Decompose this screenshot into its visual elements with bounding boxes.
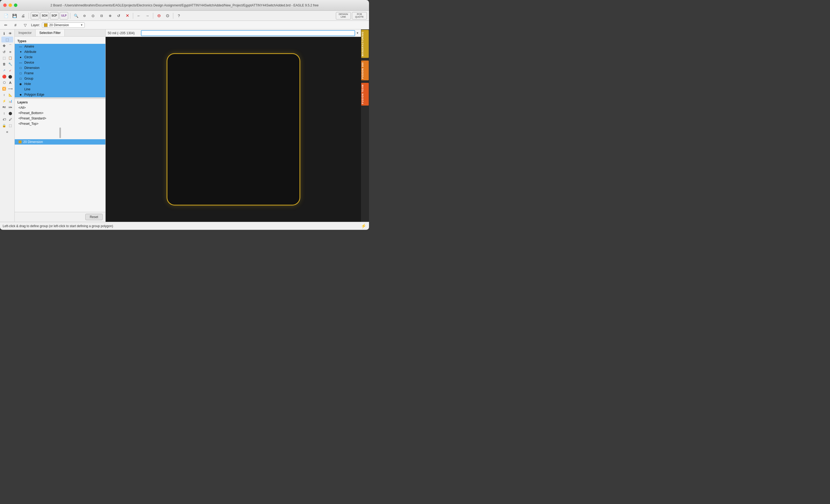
stop-btn[interactable]: ⊖ [155,12,163,20]
board-origin [170,203,171,204]
layer-item-preset-top[interactable]: <Preset_Top> [15,121,105,126]
lt-smash-btn[interactable]: ⬤ [7,110,13,116]
type-item-airwire[interactable]: — Airwire [15,44,105,49]
tab-selection-filter[interactable]: Selection Filter [36,29,64,36]
lt-delete-btn[interactable]: 🗑 [1,61,7,67]
status-icon: ⚡ [361,224,366,229]
zoom-area-btn[interactable]: ⊕ [106,12,114,20]
canvas-area[interactable]: 50 mil (−205 1304) ▼ [106,29,361,222]
lt-info-btn[interactable]: ℹ [1,30,7,36]
lt-stat-btn[interactable]: 📊 [7,98,13,104]
lt-pair-1: ℹ 👁 [1,30,13,36]
zoom-out-btn[interactable]: ⊖ [81,12,88,20]
scr-btn[interactable]: SCP [50,12,59,20]
window-title: 2 Board - /Users/ahmedibrahim/Documents/… [51,3,319,7]
lt-paste-btn[interactable]: 📋 [7,55,13,61]
layer-tool-btn[interactable]: ✏ [2,21,10,29]
help-btn[interactable]: ? [175,12,183,20]
sidebar-tabs: Inspector Selection Filter [15,29,105,37]
type-item-polygon-edge[interactable]: ■ Polygon Edge [15,92,105,97]
ulp-btn[interactable]: ULP [60,12,68,20]
lt-eye-btn[interactable]: 👁 [7,30,13,36]
refresh-btn[interactable]: ↺ [115,12,123,20]
lt-undo-btn[interactable]: ↺ [1,49,7,55]
lt-via-btn[interactable]: 🔴 [1,73,7,79]
lt-add-btn[interactable]: ↕ [1,110,7,116]
window-controls [3,3,18,7]
back-btn[interactable]: ← [135,12,142,20]
grid-btn[interactable]: # [12,21,19,29]
zoom-in-btn[interactable]: 🔍 [72,12,80,20]
lt-pad-btn[interactable]: ⬤ [7,73,13,79]
lt-lock-btn[interactable]: 🔒 [1,123,7,129]
lt-prop-btn[interactable]: 🔧 [7,61,13,67]
sidebar-footer: Reset [15,212,105,222]
lt-drc-btn[interactable]: ⚡ [1,98,7,104]
lt-text-btn[interactable]: A [7,80,13,86]
close-button[interactable] [3,3,7,7]
lt-bus-btn[interactable]: 🔀 [1,86,7,92]
fusion360-btn[interactable]: FUSION 360 [361,61,369,80]
drc-btn[interactable]: ✕ [124,12,131,20]
type-item-line[interactable]: Line [15,87,105,92]
lt-select-btn[interactable]: ⬚ [1,37,13,42]
design-link-btn[interactable]: DESIGNLINK [336,12,351,20]
lt-move-btn[interactable]: ✥ [1,43,7,48]
lt-copy-btn[interactable]: ⬚ [1,55,7,61]
lt-group-btn[interactable]: ⬚ [7,123,13,129]
layer-item-all[interactable]: <All> [15,105,105,110]
pcb-quote-btn[interactable]: PCBQUOTE [352,12,367,20]
tab-inspector[interactable]: Inspector [15,29,36,36]
minimize-button[interactable] [8,3,12,7]
zoom-sel-btn[interactable]: ⊟ [98,12,105,20]
coord-dropdown[interactable]: ▼ [356,32,359,34]
right-panel: MANUFACTURING FUSION 360 FUSION TEAM [361,29,369,222]
type-item-frame[interactable]: □ Frame [15,71,105,76]
print-btn[interactable]: 🖨 [19,12,27,20]
zoom-fit-btn[interactable]: ⊙ [89,12,97,20]
layer-item-20-dimension[interactable]: 20 Dimension [15,139,105,144]
coord-input[interactable] [141,30,355,36]
lt-wire-btn[interactable]: ⟶ [7,86,13,92]
lt-change-btn[interactable]: ≡ [7,49,13,55]
lt-flip-btn[interactable]: ↕ [1,92,7,98]
layer-item-preset-bottom[interactable]: <Preset_Bottom> [15,110,105,116]
lt-pair-6: ↗ ↙ [1,67,13,73]
lt-pin-btn[interactable]: R2 [1,104,7,110]
type-item-device[interactable]: — Device [15,60,105,65]
lt-polygon-btn[interactable]: ⬡ [1,80,7,86]
lt-paint-btn[interactable]: 🖊 [7,116,13,123]
save-btn[interactable]: 💾 [11,12,18,20]
lt-ripup-btn[interactable]: ↙ [7,67,13,73]
lt-pair-13: ↕ ⬤ [1,110,13,116]
type-item-hole[interactable]: ◉ Hole [15,81,105,87]
lt-val-btn[interactable]: 10k [7,104,13,110]
filter-btn[interactable]: ▽ [22,21,29,29]
lt-pair-9: 🔀 ⟶ [1,86,13,92]
fwd-btn[interactable]: → [143,12,151,20]
type-label-polygon-edge: Polygon Edge [24,93,44,97]
lt-dim-btn[interactable]: 📐 [7,92,13,98]
type-item-group[interactable]: □ Group [15,76,105,81]
layer-item-preset-standard[interactable]: <Preset_Standard> [15,116,105,121]
lt-tag-btn[interactable]: 🏷 [1,116,7,123]
fusion-team-btn[interactable]: FUSION TEAM [361,83,369,106]
sch-btn[interactable]: SCH [31,12,39,20]
lt-rotate-btn[interactable]: ⌒ [7,43,13,48]
status-message: Left-click & drag to define group (or le… [3,224,113,228]
sch2-btn[interactable]: SCH [40,12,49,20]
lt-expand-btn[interactable]: « [1,129,13,135]
new-btn[interactable]: 📄 [2,12,10,20]
layers-list: <All> <Preset_Bottom> <Preset_Standard> … [15,105,105,126]
lt-route-btn[interactable]: ↗ [1,67,7,73]
layer-selector[interactable]: 20 Dimension ▼ [42,23,85,28]
scroll-indicator [59,128,61,138]
type-item-attribute[interactable]: ✦ Attribute [15,49,105,55]
layer-label: Layer: [31,23,40,27]
resume-btn[interactable]: ⊙ [164,12,171,20]
manufacturing-btn[interactable]: MANUFACTURING [361,30,369,58]
type-item-circle[interactable]: ● Circle [15,55,105,60]
maximize-button[interactable] [14,3,18,7]
type-item-dimension[interactable]: □ Dimension [15,65,105,71]
reset-button[interactable]: Reset [85,214,103,220]
